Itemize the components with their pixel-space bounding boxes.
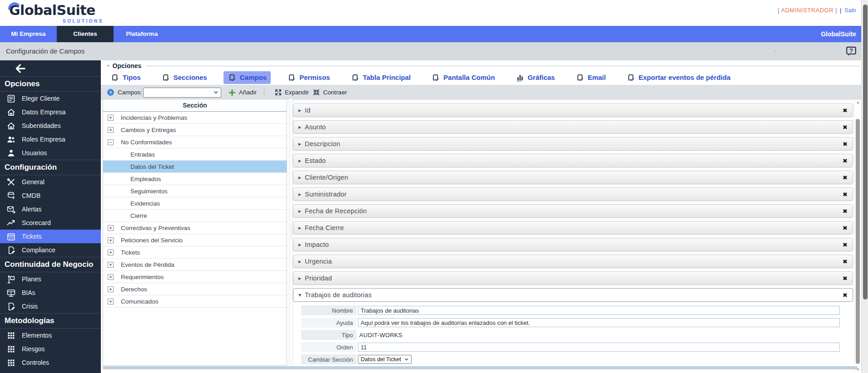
expand-plus-icon[interactable]: + [108,237,114,243]
tree-row-incidencias-y-problemas[interactable]: +Incidencias y Problemas [103,112,287,124]
close-icon[interactable]: ✖ [843,225,848,231]
page-scrollbar[interactable] [861,0,868,373]
nav-tab-plataforma[interactable]: Plataforma [114,26,170,42]
field-section-trabajos-de-auditorias[interactable]: ▾ Trabajos de auditorias ✖ [293,288,853,302]
field-section-descripcion[interactable]: ▸Descripcion✖ [293,137,853,151]
collapse-minus-icon[interactable]: − [108,139,114,145]
campos-select[interactable] [143,88,221,98]
sidebar-item-usuarios[interactable]: Usuarios [0,146,101,160]
close-icon[interactable]: ✖ [843,258,848,265]
back-button[interactable] [15,63,26,74]
sidebar-item-auditorias[interactable]: Auditorías [0,369,101,373]
close-icon[interactable]: ✖ [843,107,848,114]
cambiar-seccion-select[interactable]: Datos del Ticket [358,355,412,364]
panel-splitter[interactable] [289,99,293,366]
add-button[interactable]: Añadir [239,89,257,96]
close-icon[interactable]: ✖ [843,191,848,198]
tab-exportar-eventos-de-perdida[interactable]: Exportar eventos de pérdida [622,71,735,84]
tree-row-derechos[interactable]: +Derechos [103,283,287,295]
tree-row-entradas[interactable]: Entradas [103,148,287,161]
tree-row-empleados[interactable]: Empleados [103,173,287,185]
expand-plus-icon[interactable]: + [108,274,114,280]
tree-row-correctivas-y-preventivas[interactable]: +Correctivas y Preventivas [103,222,287,234]
expand-plus-icon[interactable]: + [108,127,114,133]
tab-campos[interactable]: Campos [223,71,271,84]
add-icon[interactable] [228,88,236,97]
caret-down-icon[interactable]: ▾ [107,64,109,68]
close-icon[interactable]: ✖ [843,141,848,147]
tree-row-eventos-de-perdida[interactable]: +Eventos de Pérdida [103,259,287,271]
expand-plus-icon[interactable]: + [108,225,114,231]
field-section-fecha-de-recepcion[interactable]: ▸Fecha de Recepción✖ [293,204,853,218]
sidebar-item-alertas[interactable]: Alertas [0,202,101,216]
sidebar-item-bias[interactable]: BIAs [0,286,101,299]
orden-input[interactable] [358,343,840,352]
tree-row-peticiones-del-servicio[interactable]: +Peticiones del Servicio [103,234,287,246]
tree-row-evidencias[interactable]: Evidencias [103,197,287,210]
tree-row-requerimientos[interactable]: +Requerimientos [103,271,287,283]
fields-scrollbar-thumb[interactable] [856,119,860,364]
tab-pantalla-comun[interactable]: Pantalla Común [427,71,499,84]
tree-row-cierre[interactable]: Cierre [103,210,287,222]
field-section-estado[interactable]: ▸Estado✖ [293,154,853,167]
tab-tipos[interactable]: Tipos [106,71,145,84]
field-section-asunto[interactable]: ▸Asunto✖ [293,120,853,134]
expand-plus-icon[interactable]: + [108,262,114,268]
tree-row-comunicados[interactable]: +Comunicados [103,295,287,308]
sidebar-item-scorecard[interactable]: Scorecard [0,216,101,230]
sidebar-item-controles[interactable]: Controles [0,356,101,369]
close-icon[interactable]: ✖ [843,208,848,215]
nav-tab-mi-empresa[interactable]: Mi Empresa [0,26,57,42]
collapse-icon[interactable] [312,88,320,96]
expand-plus-icon[interactable]: + [108,286,114,292]
logout-link[interactable]: Salir [844,7,856,14]
ayuda-input[interactable] [358,318,840,327]
close-icon[interactable]: ✖ [843,157,848,164]
expand-plus-icon[interactable]: + [108,299,114,304]
nombre-input[interactable] [358,306,840,315]
nav-tab-clientes[interactable]: Clientes [57,26,114,42]
close-icon[interactable]: ✖ [843,124,848,131]
sidebar-item-tickets[interactable]: Tickets [0,230,101,243]
tab-secciones[interactable]: Secciones [157,71,211,84]
sidebar-item-compliance[interactable]: Compliance [0,243,101,257]
sidebar-item-datos-empresa[interactable]: Datos Empresa [0,105,101,119]
sidebar-item-roles-empresa[interactable]: Roles Empresa [0,133,101,146]
field-section-id[interactable]: ▸Id✖ [293,103,853,117]
sidebar-item-riesgos[interactable]: Riesgos [0,342,101,356]
sidebar-item-subentidades[interactable]: Subentidades [0,119,101,133]
field-section-cliente-origen[interactable]: ▸Cliente/Origen✖ [293,171,853,184]
collapse-button[interactable]: Contraer [323,89,347,96]
close-icon[interactable]: ✖ [843,292,848,299]
help-icon[interactable]: ? [107,88,114,96]
help-button[interactable]: ? [845,45,857,57]
field-section-suministrador[interactable]: ▸Suministrador✖ [293,187,853,201]
tab-email[interactable]: Email [571,71,610,84]
field-section-urgencia[interactable]: ▸Urgencia✖ [293,255,853,268]
page-scrollbar-thumb[interactable] [863,5,868,299]
sidebar-item-cmdb[interactable]: CMDB [0,189,101,202]
sidebar-item-elegir-cliente[interactable]: Elegir Cliente [0,92,101,105]
expand-plus-icon[interactable]: + [108,115,114,121]
sidebar-item-general[interactable]: General [0,175,101,189]
tree-row-tickets[interactable]: +Tickets [103,246,287,259]
close-icon[interactable]: ✖ [843,241,848,248]
field-section-impacto[interactable]: ▸Impacto✖ [293,238,853,251]
tree-row-datos-del-ticket[interactable]: Datos del Ticket [103,161,287,173]
sidebar-item-planes[interactable]: Planes [0,272,101,286]
tree-row-seguimientos[interactable]: Seguimientos [103,185,287,197]
close-icon[interactable]: ✖ [843,275,848,282]
sidebar-item-elementos[interactable]: Elementos [0,329,101,342]
tab-tabla-principal[interactable]: Tabla Principal [347,71,415,84]
expand-icon[interactable] [274,88,282,96]
tree-row-no-conformidades[interactable]: −No Conformidades [103,136,287,148]
expand-button[interactable]: Expandir [285,89,309,96]
field-section-fecha-cierre[interactable]: ▸Fecha Cierre✖ [293,221,853,235]
sidebar-item-crisis[interactable]: Crisis [0,299,101,313]
expand-plus-icon[interactable]: + [108,250,114,255]
horizontal-scrollbar[interactable] [103,366,858,369]
field-section-prioridad[interactable]: ▸Prioridad✖ [293,271,853,285]
tree-row-cambios-y-entregas[interactable]: +Cambios y Entregas [103,124,287,136]
tab-graficas[interactable]: Gráficas [511,71,559,84]
scroll-up-icon[interactable]: ▲ [855,100,861,104]
